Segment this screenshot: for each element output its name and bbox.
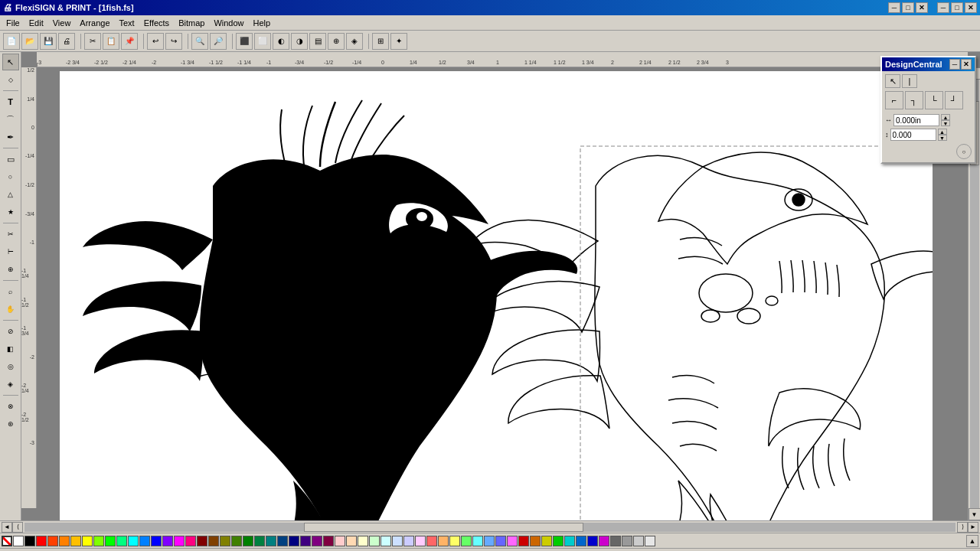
undo-button[interactable]: ↩ xyxy=(147,33,164,50)
color-swatch-45[interactable] xyxy=(530,536,541,546)
tool-pointer[interactable]: ↖ xyxy=(2,54,19,70)
color-swatch-18[interactable] xyxy=(220,536,230,546)
color-swatch-30[interactable] xyxy=(358,536,368,546)
dc-height-down[interactable]: ▼ xyxy=(938,135,947,141)
color-swatch-46[interactable] xyxy=(541,536,552,546)
tool-extra1[interactable]: ⊗ xyxy=(2,398,19,415)
color-swatch-53[interactable] xyxy=(622,536,632,546)
copy-button[interactable]: 📋 xyxy=(103,33,119,50)
color-swatch-27[interactable] xyxy=(323,536,334,546)
open-button[interactable]: 📂 xyxy=(21,33,38,50)
no-color-swatch[interactable] xyxy=(2,536,12,546)
dc-apply-button[interactable]: ○ xyxy=(956,144,972,159)
color-swatch-38[interactable] xyxy=(449,536,460,546)
color-swatch-7[interactable] xyxy=(93,536,104,546)
tool-zoom[interactable]: ⌕ xyxy=(2,283,19,300)
color-swatch-0[interactable] xyxy=(13,536,24,546)
dc-height-input[interactable] xyxy=(890,129,936,141)
dc-restore-button[interactable]: ─ xyxy=(949,59,960,70)
color-swatch-28[interactable] xyxy=(335,536,345,546)
menu-effects[interactable]: Effects xyxy=(139,17,174,29)
color-swatch-15[interactable] xyxy=(185,536,196,546)
save-button[interactable]: 💾 xyxy=(40,33,57,50)
color-swatch-33[interactable] xyxy=(392,536,403,546)
color-swatch-16[interactable] xyxy=(197,536,207,546)
color-swatch-41[interactable] xyxy=(484,536,495,546)
canvas-wrapper[interactable]: /* ruler marks rendered below */ -3 -2 3… xyxy=(21,52,980,520)
color-swatch-24[interactable] xyxy=(289,536,299,546)
minimize-button[interactable]: ─ xyxy=(888,2,900,13)
color-swatch-11[interactable] xyxy=(139,536,150,546)
tb-btn8[interactable]: ⊞ xyxy=(372,33,389,50)
color-swatch-35[interactable] xyxy=(415,536,426,546)
tool-node[interactable]: ◇ xyxy=(2,71,19,88)
color-swatch-29[interactable] xyxy=(346,536,357,546)
color-swatch-32[interactable] xyxy=(381,536,391,546)
dc-close-button[interactable]: ✕ xyxy=(961,59,972,70)
color-swatch-49[interactable] xyxy=(576,536,586,546)
hscroll-thumb[interactable] xyxy=(304,523,583,532)
color-swatch-48[interactable] xyxy=(564,536,575,546)
tb-btn7[interactable]: ◈ xyxy=(346,33,363,50)
scroll-right-button[interactable]: ► xyxy=(968,522,978,533)
tool-measure[interactable]: ⊢ xyxy=(2,243,19,260)
dc-icon-bottomleft[interactable]: └ xyxy=(925,91,943,109)
menu-arrange[interactable]: Arrange xyxy=(75,17,114,29)
tool-pen[interactable]: ✒ xyxy=(2,129,19,145)
redo-button[interactable]: ↪ xyxy=(165,33,182,50)
menu-text[interactable]: Text xyxy=(115,17,139,29)
color-swatch-36[interactable] xyxy=(426,536,437,546)
tool-colorpick[interactable]: ⊘ xyxy=(2,323,19,340)
color-swatch-40[interactable] xyxy=(472,536,483,546)
color-swatch-43[interactable] xyxy=(507,536,518,546)
print-button[interactable]: 🖨 xyxy=(58,33,75,50)
inner-close-button[interactable]: ✕ xyxy=(965,2,977,13)
color-swatch-4[interactable] xyxy=(59,536,70,546)
dc-tab-node[interactable]: | xyxy=(902,74,917,88)
menu-edit[interactable]: Edit xyxy=(24,17,48,29)
color-swatch-20[interactable] xyxy=(243,536,253,546)
menu-help[interactable]: Help xyxy=(249,17,276,29)
tb-btn6[interactable]: ⊕ xyxy=(328,33,345,50)
menu-file[interactable]: File xyxy=(2,17,24,29)
color-swatch-54[interactable] xyxy=(633,536,644,546)
tool-text[interactable]: T xyxy=(2,93,19,110)
scroll-left-button[interactable]: ◄ xyxy=(2,522,12,533)
drawing-canvas[interactable] xyxy=(37,67,968,520)
dc-icon-topright[interactable]: ┐ xyxy=(905,91,923,109)
color-swatch-51[interactable] xyxy=(599,536,609,546)
color-swatch-2[interactable] xyxy=(36,536,47,546)
tool-weld[interactable]: ⊕ xyxy=(2,261,19,278)
color-swatch-8[interactable] xyxy=(105,536,116,546)
color-swatch-50[interactable] xyxy=(587,536,598,546)
tool-ellipse[interactable]: ○ xyxy=(2,168,19,185)
tool-contour[interactable]: ◎ xyxy=(2,358,19,375)
color-swatch-21[interactable] xyxy=(254,536,265,546)
color-swatch-47[interactable] xyxy=(553,536,564,546)
menu-view[interactable]: View xyxy=(48,17,76,29)
tb-btn4[interactable]: ◑ xyxy=(291,33,308,50)
cut-button[interactable]: ✂ xyxy=(84,33,101,50)
color-swatch-3[interactable] xyxy=(47,536,58,546)
color-swatch-23[interactable] xyxy=(277,536,288,546)
color-swatch-1[interactable] xyxy=(24,536,35,546)
color-swatch-19[interactable] xyxy=(231,536,242,546)
horizontal-scrollbar[interactable]: ◄ ⟨ ⟩ ► xyxy=(0,520,980,533)
zoom-in-button[interactable]: 🔍 xyxy=(191,33,208,50)
tb-btn3[interactable]: ◐ xyxy=(273,33,289,50)
zoom-out-button[interactable]: 🔎 xyxy=(210,33,227,50)
scroll-down-button[interactable]: ▼ xyxy=(969,508,981,520)
tool-star[interactable]: ★ xyxy=(2,204,19,220)
tool-extrude[interactable]: ◈ xyxy=(2,376,19,393)
scroll-pg-right-button[interactable]: ⟩ xyxy=(957,522,968,533)
color-swatch-52[interactable] xyxy=(610,536,621,546)
color-swatch-17[interactable] xyxy=(208,536,219,546)
color-swatch-13[interactable] xyxy=(162,536,173,546)
tool-fill[interactable]: ◧ xyxy=(2,341,19,357)
color-swatch-26[interactable] xyxy=(312,536,322,546)
color-swatch-39[interactable] xyxy=(461,536,472,546)
color-swatch-34[interactable] xyxy=(403,536,414,546)
color-swatch-6[interactable] xyxy=(82,536,93,546)
tool-bezier[interactable]: ⌒ xyxy=(2,111,19,128)
dc-width-input[interactable] xyxy=(893,114,939,126)
